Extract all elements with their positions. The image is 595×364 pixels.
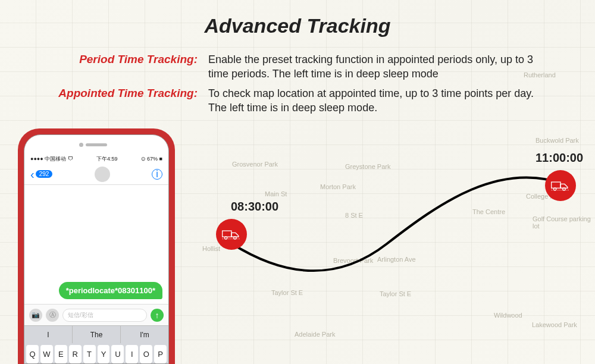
keyboard-key[interactable]: U — [111, 345, 124, 363]
keyboard-key[interactable]: E — [55, 345, 67, 363]
map-label: Buckwold Park — [536, 137, 579, 144]
back-badge: 292 — [36, 170, 53, 178]
feature-label: Period Time Tracking: — [42, 52, 208, 67]
svg-rect-4 — [552, 182, 560, 188]
keyboard-key[interactable]: T — [83, 345, 96, 363]
feature-description: To check map location at appointed time,… — [208, 86, 553, 115]
info-icon[interactable]: i — [152, 169, 162, 180]
predictive-bar: I The I'm — [24, 325, 168, 343]
predictive-option[interactable]: I — [24, 326, 73, 343]
appstore-icon[interactable]: Ⓐ — [46, 309, 59, 322]
status-time: 下午4:59 — [96, 155, 118, 163]
route-path — [202, 167, 595, 321]
compose-input[interactable]: 短信/彩信 — [62, 309, 147, 322]
compose-bar: 📷 Ⓐ 短信/彩信 ↑ — [24, 304, 168, 325]
status-bar: ●●●● 中国移动 ⛉ 下午4:59 ⊙ 67% ■ — [24, 154, 168, 164]
predictive-option[interactable]: I'm — [121, 326, 168, 343]
feature-label: Appointed Time Tracking: — [42, 86, 208, 101]
keyboard-key[interactable]: R — [69, 345, 82, 363]
truck-icon — [221, 227, 242, 241]
predictive-option[interactable]: The — [73, 326, 121, 343]
truck-icon — [550, 178, 571, 193]
route-marker-start — [216, 219, 247, 250]
phone-mockup: ●●●● 中国移动 ⛉ 下午4:59 ⊙ 67% ■ ‹ 292 i *peri… — [18, 128, 175, 364]
status-battery: ⊙ 67% ■ — [141, 156, 162, 162]
feature-row: Appointed Time Tracking: To check map lo… — [42, 86, 553, 115]
keyboard-key[interactable]: P — [154, 345, 167, 363]
camera-icon[interactable]: 📷 — [29, 309, 42, 322]
chevron-left-icon: ‹ — [30, 168, 35, 180]
feature-description: Enable the preset tracking function in a… — [208, 52, 553, 81]
svg-rect-0 — [223, 231, 231, 237]
contact-avatar[interactable] — [95, 167, 110, 182]
keyboard-key[interactable]: O — [140, 345, 152, 363]
map-label: Lakewood Park — [532, 321, 577, 328]
page-title: Advanced Tracking — [0, 14, 595, 37]
nav-bar: ‹ 292 i — [24, 164, 168, 185]
phone-hardware — [24, 135, 168, 154]
route-time-end: 11:00:00 — [536, 151, 583, 165]
status-carrier: ●●●● 中国移动 ⛉ — [30, 155, 73, 163]
conversation-area: *periodlocate*08301100* — [24, 185, 168, 304]
message-bubble: *periodlocate*08301100* — [59, 282, 162, 299]
send-button[interactable]: ↑ — [151, 309, 164, 322]
feature-row: Period Time Tracking: Enable the preset … — [42, 52, 553, 81]
map-label: Adelaide Park — [295, 331, 336, 338]
phone-screen: ●●●● 中国移动 ⛉ 下午4:59 ⊙ 67% ■ ‹ 292 i *peri… — [24, 134, 169, 364]
keyboard-key[interactable]: I — [126, 345, 138, 363]
keyboard-key[interactable]: Y — [98, 345, 110, 363]
route-time-start: 08:30:00 — [231, 200, 278, 214]
keyboard-row: Q W E R T Y U I O P — [24, 343, 168, 363]
route-marker-end — [545, 170, 576, 201]
keyboard-key[interactable]: W — [40, 345, 53, 363]
back-button[interactable]: ‹ 292 — [30, 168, 52, 180]
keyboard-key[interactable]: Q — [26, 345, 39, 363]
